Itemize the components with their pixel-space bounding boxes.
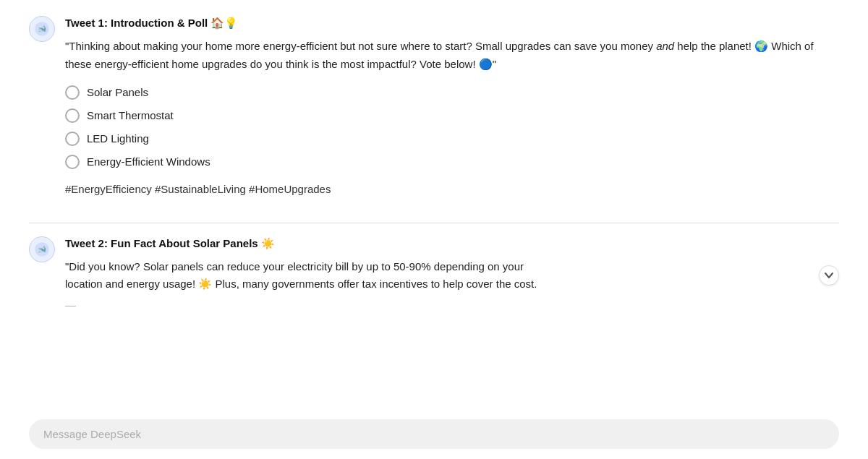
deepseek-icon-2: 🐋	[34, 241, 50, 257]
chat-container: 🐋 Tweet 1: Introduction & Poll 🏠💡 "Think…	[0, 0, 868, 411]
tweet1-body-italic: and	[656, 40, 674, 52]
poll-option-led[interactable]: LED Lighting	[65, 130, 839, 147]
poll-option-solar[interactable]: Solar Panels	[65, 84, 839, 101]
poll-option-thermostat[interactable]: Smart Thermostat	[65, 107, 839, 124]
deepseek-icon: 🐋	[34, 21, 50, 37]
tweet1-title-emojis: 🏠💡	[210, 17, 238, 29]
tweet2-title: Tweet 2: Fun Fact About Solar Panels ☀️	[65, 235, 839, 252]
poll-option-led-label: LED Lighting	[87, 130, 149, 147]
radio-solar[interactable]	[65, 85, 80, 100]
section-divider	[29, 223, 839, 223]
tweet2-title-emoji: ☀️	[261, 237, 275, 249]
tweet1-body-part1: "Thinking about making your home more en…	[65, 40, 656, 52]
radio-windows[interactable]	[65, 155, 80, 169]
message-input-bar: Message DeepSeek	[0, 411, 868, 459]
tweet1-content: Tweet 1: Introduction & Poll 🏠💡 "Thinkin…	[65, 14, 839, 198]
svg-text:🐋: 🐋	[38, 24, 47, 33]
message-input-placeholder: Message DeepSeek	[43, 428, 141, 440]
message-input[interactable]: Message DeepSeek	[29, 419, 839, 449]
poll-option-windows-label: Energy-Efficient Windows	[87, 153, 210, 171]
tweet2-body-text-cut: r	[520, 260, 524, 273]
tweet2-body: "Did you know? Solar panels can reduce y…	[65, 258, 839, 294]
svg-text:🐋: 🐋	[38, 244, 47, 254]
avatar: 🐋	[29, 16, 55, 42]
tweet2-partial-line: —	[65, 296, 839, 314]
poll-option-thermostat-label: Smart Thermostat	[87, 107, 174, 124]
chevron-down-icon	[824, 270, 834, 280]
radio-thermostat[interactable]	[65, 108, 80, 123]
tweet1-title-text: Tweet 1: Introduction & Poll	[65, 17, 208, 29]
tweet1-title: Tweet 1: Introduction & Poll 🏠💡	[65, 14, 839, 32]
tweet2-content: Tweet 2: Fun Fact About Solar Panels ☀️ …	[65, 235, 839, 314]
tweet2-title-text: Tweet 2: Fun Fact About Solar Panels	[65, 237, 258, 249]
expand-button[interactable]	[819, 265, 839, 286]
poll-option-windows[interactable]: Energy-Efficient Windows	[65, 153, 839, 171]
tweet2-body-line2: location and energy usage! ☀️ Plus, many…	[65, 278, 537, 290]
poll-option-solar-label: Solar Panels	[87, 84, 148, 101]
avatar-tweet2: 🐋	[29, 236, 55, 262]
tweet1-body: "Thinking about making your home more en…	[65, 38, 839, 74]
tweet2-body-text: "Did you know? Solar panels can reduce y…	[65, 260, 520, 273]
radio-led[interactable]	[65, 132, 80, 146]
message-block-tweet1: 🐋 Tweet 1: Introduction & Poll 🏠💡 "Think…	[29, 14, 839, 198]
message-block-tweet2: 🐋 Tweet 2: Fun Fact About Solar Panels ☀…	[29, 235, 839, 314]
tweet1-hashtags: #EnergyEfficiency #SustainableLiving #Ho…	[65, 181, 839, 198]
